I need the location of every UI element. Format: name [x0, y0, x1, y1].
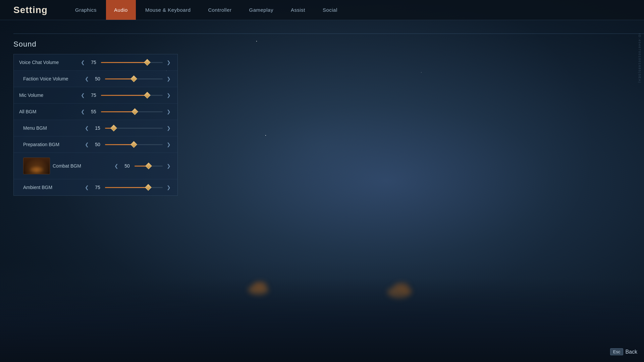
slider-thumb-voice-chat-volume[interactable] [144, 59, 151, 66]
decrement-all-bgm[interactable]: ❮ [79, 108, 86, 115]
increment-menu-bgm[interactable]: ❯ [165, 125, 172, 131]
setting-label-preparation-bgm: Preparation BGM [23, 142, 84, 147]
slider-mic-volume[interactable] [101, 92, 163, 99]
setting-row-combat-bgm: Combat BGM ❮ 50 ❯ [14, 153, 177, 179]
slider-fill-faction-voice-volume [105, 78, 134, 79]
slider-thumb-all-bgm[interactable] [131, 108, 138, 115]
increment-mic-volume[interactable]: ❯ [165, 92, 172, 99]
main-content: Sound Voice Chat Volume ❮ 75 ❯ Faction V… [0, 20, 644, 362]
setting-label-ambient-bgm: Ambient BGM [23, 185, 84, 190]
value-ambient-bgm: 75 [93, 185, 102, 190]
setting-control-ambient-bgm: ❮ 75 ❯ [84, 184, 172, 191]
decrement-voice-chat-volume[interactable]: ❮ [79, 59, 86, 66]
setting-label-voice-chat-volume: Voice Chat Volume [19, 60, 79, 65]
increment-voice-chat-volume[interactable]: ❯ [165, 59, 172, 66]
slider-thumb-ambient-bgm[interactable] [145, 184, 152, 191]
section-divider [13, 34, 644, 34]
value-menu-bgm: 15 [93, 125, 102, 131]
setting-label-mic-volume: Mic Volume [19, 93, 79, 98]
setting-control-all-bgm: ❮ 55 ❯ [79, 108, 172, 115]
tab-audio[interactable]: Audio [106, 0, 136, 20]
value-combat-bgm: 50 [122, 163, 132, 169]
tab-controller[interactable]: Controller [200, 0, 239, 20]
value-all-bgm: 55 [89, 109, 98, 114]
setting-row-voice-chat-volume: Voice Chat Volume ❮ 75 ❯ [14, 54, 177, 71]
back-label[interactable]: Back [625, 349, 637, 355]
increment-combat-bgm[interactable]: ❯ [165, 163, 172, 169]
setting-label-all-bgm: All BGM [19, 109, 79, 114]
tab-assist[interactable]: Assist [283, 0, 313, 20]
slider-fill-voice-chat-volume [101, 62, 147, 63]
header: Setting GraphicsAudioMouse & KeyboardCon… [0, 0, 644, 20]
settings-panel[interactable]: Voice Chat Volume ❮ 75 ❯ Faction Voice V… [13, 54, 178, 196]
decrement-ambient-bgm[interactable]: ❮ [84, 184, 90, 191]
slider-thumb-menu-bgm[interactable] [110, 125, 117, 131]
setting-row-menu-bgm: Menu BGM ❮ 15 ❯ [14, 120, 177, 136]
setting-control-faction-voice-volume: ❮ 50 ❯ [84, 75, 172, 82]
setting-control-mic-volume: ❮ 75 ❯ [79, 92, 172, 99]
esc-key[interactable]: Esc [610, 348, 624, 355]
value-mic-volume: 75 [89, 93, 98, 98]
increment-ambient-bgm[interactable]: ❯ [165, 184, 172, 191]
slider-voice-chat-volume[interactable] [101, 59, 163, 66]
increment-preparation-bgm[interactable]: ❯ [165, 141, 172, 148]
slider-thumb-mic-volume[interactable] [144, 92, 151, 99]
slider-thumb-faction-voice-volume[interactable] [130, 75, 137, 82]
setting-label-combat-bgm: Combat BGM [53, 163, 113, 169]
setting-row-mic-volume: Mic Volume ❮ 75 ❯ [14, 87, 177, 104]
setting-control-menu-bgm: ❮ 15 ❯ [84, 125, 172, 131]
setting-row-faction-voice-volume: Faction Voice Volume ❮ 50 ❯ [14, 71, 177, 87]
setting-control-combat-bgm: ❮ 50 ❯ [113, 163, 172, 169]
session-id: ID:40467001001685|SEA| [638, 34, 641, 83]
slider-ambient-bgm[interactable] [105, 184, 163, 191]
slider-fill-preparation-bgm [105, 144, 134, 145]
decrement-combat-bgm[interactable]: ❮ [113, 163, 120, 169]
value-voice-chat-volume: 75 [89, 60, 98, 65]
slider-faction-voice-volume[interactable] [105, 75, 163, 82]
setting-row-ambient-bgm: Ambient BGM ❮ 75 ❯ [14, 179, 177, 195]
setting-control-voice-chat-volume: ❮ 75 ❯ [79, 59, 172, 66]
tab-gameplay[interactable]: Gameplay [241, 0, 281, 20]
combat-bgm-image [23, 158, 50, 174]
setting-control-preparation-bgm: ❮ 50 ❯ [84, 141, 172, 148]
decrement-preparation-bgm[interactable]: ❮ [84, 141, 90, 148]
decrement-faction-voice-volume[interactable]: ❮ [84, 75, 90, 82]
increment-all-bgm[interactable]: ❯ [165, 108, 172, 115]
nav-tabs: GraphicsAudioMouse & KeyboardControllerG… [67, 0, 345, 20]
tab-social[interactable]: Social [315, 0, 345, 20]
setting-label-menu-bgm: Menu BGM [23, 125, 84, 131]
slider-all-bgm[interactable] [101, 108, 163, 115]
app-title: Setting [0, 5, 67, 15]
value-preparation-bgm: 50 [93, 142, 102, 147]
section-title: Sound [13, 40, 644, 49]
slider-fill-all-bgm [101, 111, 135, 112]
slider-thumb-preparation-bgm[interactable] [130, 141, 137, 148]
back-button-area: Esc Back [610, 348, 637, 355]
slider-menu-bgm[interactable] [105, 125, 163, 131]
slider-fill-mic-volume [101, 95, 147, 96]
setting-row-preparation-bgm: Preparation BGM ❮ 50 ❯ [14, 136, 177, 153]
slider-fill-ambient-bgm [105, 187, 148, 188]
tab-mouse-keyboard[interactable]: Mouse & Keyboard [137, 0, 199, 20]
slider-combat-bgm[interactable] [135, 163, 163, 169]
slider-thumb-combat-bgm[interactable] [145, 163, 152, 169]
tab-graphics[interactable]: Graphics [67, 0, 105, 20]
decrement-mic-volume[interactable]: ❮ [79, 92, 86, 99]
setting-label-faction-voice-volume: Faction Voice Volume [23, 76, 84, 81]
decrement-menu-bgm[interactable]: ❮ [84, 125, 90, 131]
increment-faction-voice-volume[interactable]: ❯ [165, 75, 172, 82]
slider-preparation-bgm[interactable] [105, 141, 163, 148]
setting-row-all-bgm: All BGM ❮ 55 ❯ [14, 104, 177, 120]
value-faction-voice-volume: 50 [93, 76, 102, 81]
